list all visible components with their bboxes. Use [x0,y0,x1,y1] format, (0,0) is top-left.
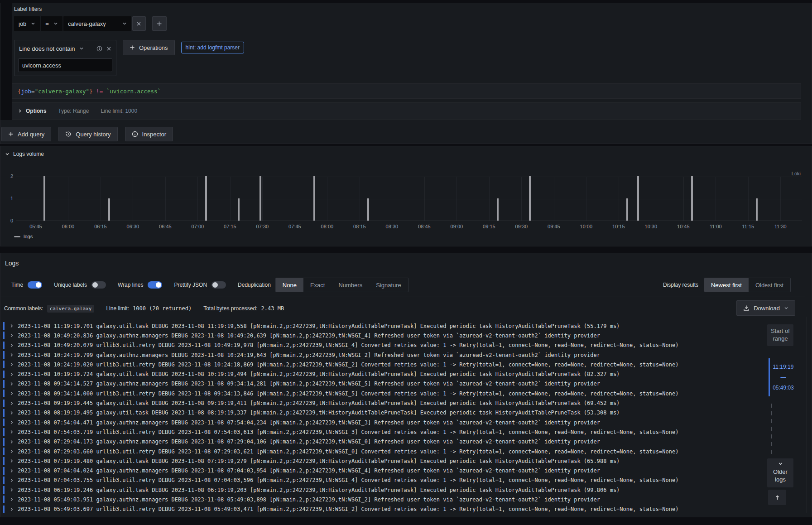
volume-bar[interactable] [626,198,628,221]
query-history-button[interactable]: Query history [58,127,117,141]
volume-bar[interactable] [313,176,315,221]
log-row[interactable]: 2023-11-08 11:19:19.701 galaxy.util.task… [3,321,762,331]
log-row[interactable]: 2023-11-08 09:34:14.527 galaxy.authnz.ma… [3,379,762,389]
log-level-indicator [3,506,5,513]
inspector-button[interactable]: Inspector [125,127,173,141]
logs-volume-header[interactable]: Logs volume [0,146,812,157]
log-row[interactable]: 2023-11-08 08:19:19.495 galaxy.util.task… [3,408,762,418]
expand-chevron-icon[interactable] [8,497,15,501]
label-filters-title: Label filters [14,6,812,12]
scroll-to-top-button[interactable] [768,490,786,505]
start-of-range-button[interactable]: Start of range [767,324,793,346]
expand-chevron-icon[interactable] [8,411,15,415]
volume-bar[interactable] [205,176,207,221]
expand-chevron-icon[interactable] [8,440,15,444]
filter-value-select[interactable]: calvera-galaxy [63,16,131,31]
log-row[interactable]: 2023-11-08 07:19:19.480 galaxy.util.task… [3,456,762,466]
volume-bar[interactable] [259,176,261,221]
expand-chevron-icon[interactable] [8,353,15,357]
expand-chevron-icon[interactable] [8,391,15,395]
expand-chevron-icon[interactable] [8,469,15,473]
log-row[interactable]: 2023-11-08 07:04:03.755 urllib3.util.ret… [3,476,762,485]
expand-chevron-icon[interactable] [8,449,15,453]
dedup-option-none[interactable]: None [276,278,303,292]
log-row[interactable]: 2023-11-08 07:29:03.660 urllib3.util.ret… [3,447,762,456]
x-gridline [456,177,457,221]
expand-chevron-icon[interactable] [8,382,15,386]
log-row[interactable]: 2023-11-08 07:29:04.173 galaxy.authnz.ma… [3,437,762,447]
log-row[interactable]: 2023-11-08 10:49:20.079 urllib3.util.ret… [3,341,762,350]
volume-bar[interactable] [43,176,45,221]
expand-chevron-icon[interactable] [8,507,15,511]
expand-chevron-icon[interactable] [8,324,15,328]
download-button[interactable]: Download [736,300,795,316]
log-row[interactable]: 2023-11-08 06:19:19.246 galaxy.util.task… [3,485,762,495]
x-gridline [554,177,554,221]
display-option-oldest-first[interactable]: Oldest first [749,278,790,292]
expand-chevron-icon[interactable] [8,343,15,347]
log-row[interactable]: 2023-11-08 07:04:04.024 galaxy.authnz.ma… [3,466,762,475]
volume-bar[interactable] [637,176,639,221]
remove-filter-button[interactable] [132,16,146,31]
volume-bar[interactable] [691,176,693,221]
log-level-indicator [3,477,5,484]
filter-value-text: calvera-galaxy [68,20,106,27]
toggle-label: Wrap lines [118,282,143,288]
dedup-option-exact[interactable]: Exact [303,278,332,292]
log-level-indicator [3,390,5,397]
expand-chevron-icon[interactable] [8,362,15,366]
expand-chevron-icon[interactable] [8,420,15,424]
log-line-text: 2023-11-08 10:19:19.724 galaxy.util.task… [18,371,620,377]
expand-chevron-icon[interactable] [8,488,15,492]
log-row[interactable]: 2023-11-08 09:19:19.445 galaxy.util.task… [3,398,762,408]
log-row[interactable]: 2023-11-08 07:54:03.719 urllib3.util.ret… [3,427,762,437]
volume-bar[interactable] [529,176,531,221]
expand-chevron-icon[interactable] [8,372,15,376]
volume-bar[interactable] [497,198,499,221]
expand-chevron-icon[interactable] [8,459,15,463]
older-logs-button[interactable]: Older logs [767,458,793,487]
log-row[interactable]: 2023-11-08 10:24:19.020 urllib3.util.ret… [3,360,762,369]
info-icon[interactable] [96,46,102,52]
close-icon[interactable] [106,46,111,51]
toggle-switch[interactable] [211,281,226,289]
log-row[interactable]: 2023-11-08 07:54:04.471 galaxy.authnz.ma… [3,418,762,427]
log-row[interactable]: 2023-11-08 09:34:14.000 urllib3.util.ret… [3,389,762,398]
expand-chevron-icon[interactable] [8,333,15,337]
volume-bar[interactable] [367,198,369,221]
filter-operator-value: = [45,20,49,27]
volume-bar[interactable] [756,198,758,221]
log-line-text: 2023-11-08 10:49:20.836 galaxy.authnz.ma… [18,332,600,339]
logfmt-hint-link[interactable]: hint: add logfmt parser [181,42,244,53]
bytes-processed-label: Total bytes processed: [203,305,257,312]
toggle-wrap-lines: Wrap lines [118,281,162,289]
toggle-switch[interactable] [28,281,42,289]
x-gridline [295,177,295,221]
toggle-switch[interactable] [148,281,162,289]
log-row[interactable]: 2023-11-08 10:24:19.799 galaxy.authnz.ma… [3,350,762,360]
add-operations-button[interactable]: Operations [123,40,175,55]
add-query-button[interactable]: Add query [1,127,51,141]
expand-chevron-icon[interactable] [8,478,15,482]
chevron-down-icon[interactable] [79,46,84,51]
expand-chevron-icon[interactable] [8,430,15,434]
filter-key-select[interactable]: job [14,16,40,31]
panel-side-divider [807,317,807,513]
display-option-newest-first[interactable]: Newest first [704,278,749,292]
volume-bar[interactable] [238,198,240,221]
volume-bar[interactable] [108,198,110,221]
toggle-switch[interactable] [91,281,106,289]
filter-operator-select[interactable]: = [41,16,62,31]
logs-title: Logs [0,253,812,267]
line-filter-input[interactable] [18,58,112,72]
expand-chevron-icon[interactable] [8,401,15,405]
add-label-filter-button[interactable] [152,16,167,31]
dedup-option-numbers[interactable]: Numbers [332,278,369,292]
query-options-bar[interactable]: Options Type: Range Line limit: 1000 [12,102,801,120]
log-row[interactable]: 2023-11-08 05:49:03.697 urllib3.util.ret… [3,505,762,514]
dedup-option-signature[interactable]: Signature [369,278,408,292]
log-row[interactable]: 2023-11-08 05:49:03.951 galaxy.authnz.ma… [3,495,762,504]
chart-legend-logs[interactable]: logs [14,234,33,239]
log-row[interactable]: 2023-11-08 10:49:20.836 galaxy.authnz.ma… [3,331,762,340]
log-row[interactable]: 2023-11-08 10:19:19.724 galaxy.util.task… [3,369,762,379]
